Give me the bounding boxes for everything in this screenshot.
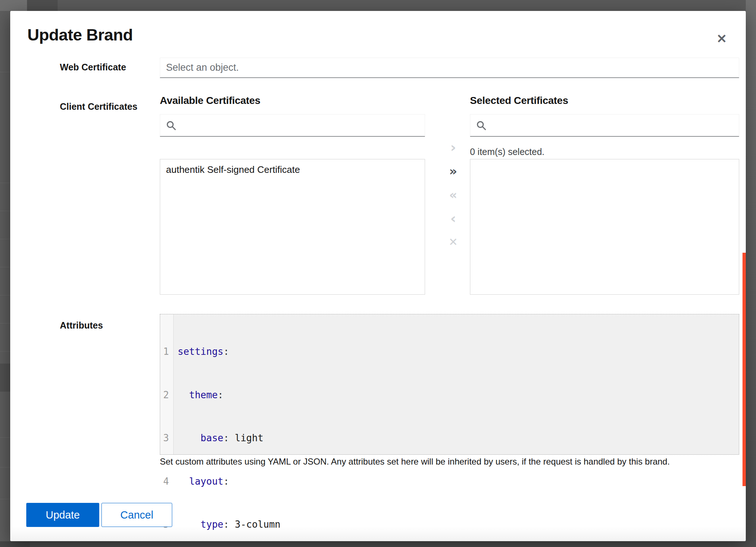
available-search-input[interactable] <box>160 114 425 137</box>
backdrop-left-strip <box>0 11 10 541</box>
attributes-help-text: Set custom attributes using YAML or JSON… <box>160 457 670 467</box>
backdrop-right-strip <box>746 0 756 547</box>
line-number: 4 <box>160 474 169 489</box>
selected-certificates-list[interactable] <box>470 159 739 295</box>
code-line[interactable]: 1settings: <box>160 345 739 359</box>
update-brand-modal: Update Brand ✕ Web Certificate Client Ce… <box>10 11 746 541</box>
selected-search-input[interactable] <box>470 114 739 137</box>
modal-scrollbar-thumb[interactable] <box>742 253 746 486</box>
remove-selected-icon[interactable]: ‹ <box>441 210 465 227</box>
code-line[interactable]: 2 theme: <box>160 388 739 403</box>
code-line[interactable]: 5 type: 3-column <box>160 517 739 532</box>
list-item[interactable]: authentik Self-signed Certificate <box>160 159 425 180</box>
backdrop-topleft-light <box>0 0 27 11</box>
dual-list-transfer-controls: › » « ‹ ✕ <box>431 139 476 257</box>
add-selected-icon[interactable]: › <box>441 139 465 156</box>
available-certificates-heading: Available Certificates <box>160 95 261 106</box>
available-certificates-list[interactable]: authentik Self-signed Certificate <box>160 159 425 295</box>
line-number: 2 <box>160 388 169 403</box>
code-line[interactable]: 4 layout: <box>160 474 739 489</box>
web-certificate-label: Web Certificate <box>60 62 126 73</box>
code-line[interactable]: 3 base: light <box>160 431 739 446</box>
add-all-icon[interactable]: » <box>441 162 465 180</box>
line-number: 3 <box>160 431 169 446</box>
editor-code[interactable]: 1settings: 2 theme: 3 base: light 4 layo… <box>160 316 739 547</box>
selected-certificates-heading: Selected Certificates <box>470 95 568 106</box>
attributes-code-editor[interactable]: 1settings: 2 theme: 3 base: light 4 layo… <box>160 314 739 455</box>
web-certificate-select[interactable] <box>160 58 739 78</box>
selected-count-status: 0 item(s) selected. <box>470 147 544 157</box>
client-certificates-label: Client Certificates <box>60 101 138 112</box>
clear-selection-icon[interactable]: ✕ <box>441 233 465 251</box>
remove-all-icon[interactable]: « <box>441 186 465 203</box>
close-icon[interactable]: ✕ <box>711 28 732 49</box>
backdrop-bottomleft-dark <box>0 542 30 547</box>
line-number: 1 <box>160 345 169 359</box>
cancel-button[interactable]: Cancel <box>101 503 172 527</box>
modal-title: Update Brand <box>27 26 133 44</box>
attributes-label: Attributes <box>60 320 103 331</box>
backdrop-topleft-dark <box>27 0 58 11</box>
update-button[interactable]: Update <box>26 503 99 527</box>
